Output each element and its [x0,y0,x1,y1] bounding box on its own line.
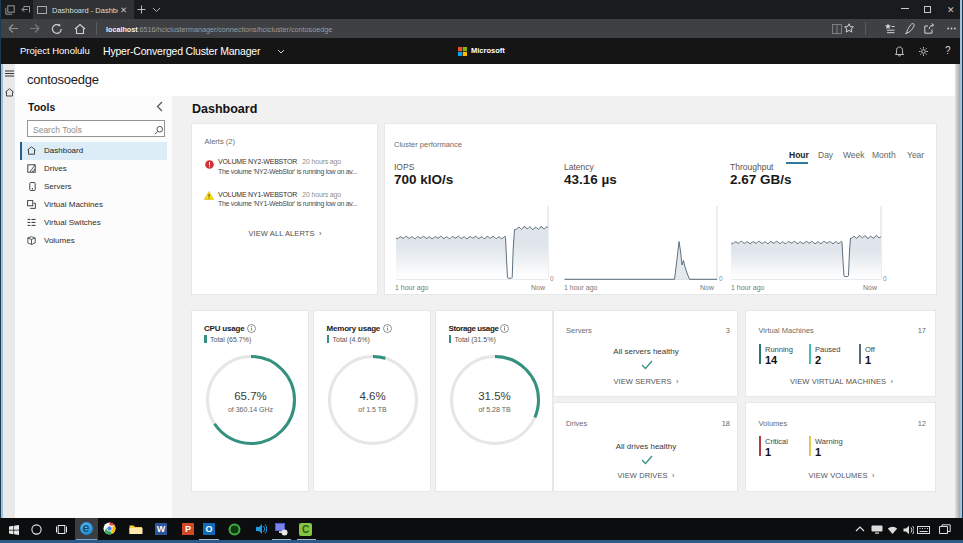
svg-text:1 hour ago: 1 hour ago [731,284,765,292]
svg-text:1 hour ago: 1 hour ago [564,284,598,292]
svg-text:0: 0 [550,275,554,282]
svg-text:Now: Now [700,284,715,291]
svg-text:Now: Now [531,284,546,291]
svg-text:1 hour ago: 1 hour ago [395,284,429,292]
svg-text:0: 0 [719,275,723,282]
svg-text:Now: Now [863,284,878,291]
svg-text:0: 0 [883,275,887,282]
